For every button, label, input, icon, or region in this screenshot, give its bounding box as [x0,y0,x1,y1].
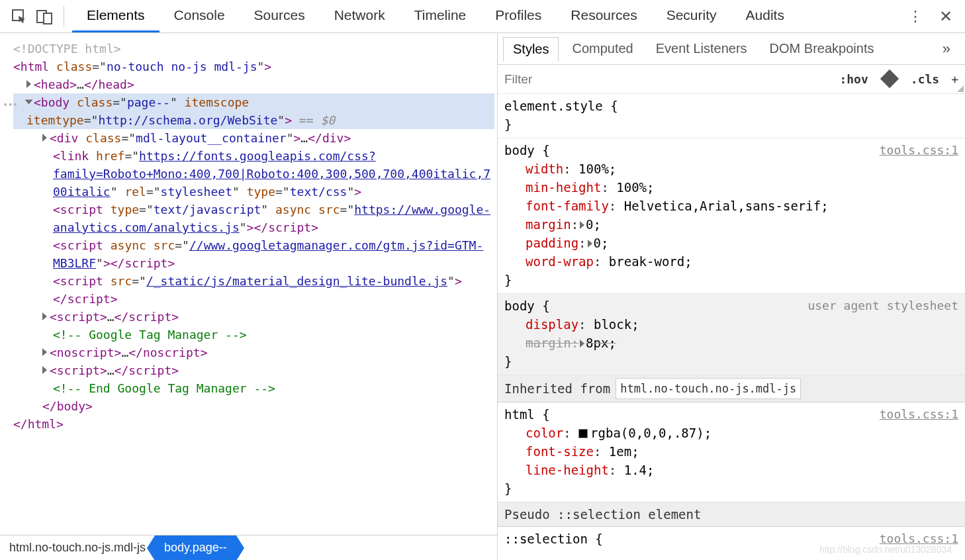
diamond-icon[interactable] [880,72,899,86]
gutter-dots-icon: ••• [3,96,17,114]
elements-pane: <!DOCTYPE html> <html class="no-touch no… [0,33,498,560]
expand-arrow-icon[interactable] [42,366,47,374]
color-swatch-icon[interactable] [578,429,588,438]
rule-body-ua[interactable]: user agent stylesheet body { display: bl… [498,294,965,375]
expand-arrow-icon[interactable] [42,312,47,320]
shorthand-arrow-icon[interactable] [588,240,592,248]
rule-source-ua: user agent stylesheet [807,297,958,315]
shorthand-arrow-icon[interactable] [580,340,584,348]
tab-audits[interactable]: Audits [731,0,799,32]
dom-script-gtm[interactable]: <script async src="//www.googletagmanage… [13,236,494,272]
dom-script-inline[interactable]: <script>…</script> [13,308,494,326]
rule-source-link[interactable]: tools.css:1 [880,141,958,160]
dom-breadcrumb: html.no-touch.no-js.mdl-js body.page-- [0,535,497,560]
dom-tree[interactable]: <!DOCTYPE html> <html class="no-touch no… [0,33,497,535]
styles-body[interactable]: element.style { } tools.css:1 body { wid… [498,94,965,560]
dom-script-mdl[interactable]: <script src="/_static/js/material_design… [13,272,494,308]
expand-arrow-icon[interactable] [42,134,47,142]
tab-profiles[interactable]: Profiles [481,0,556,32]
rule-element-style[interactable]: element.style { } [498,94,965,138]
new-rule-button[interactable]: + [951,72,958,86]
tab-network[interactable]: Network [320,0,400,32]
shorthand-arrow-icon[interactable] [580,221,584,229]
tab-event-listeners[interactable]: Event Listeners [647,37,757,60]
dom-html-close[interactable]: </html> [13,415,494,433]
breadcrumb-body[interactable]: body.page-- [155,536,236,560]
inherited-selector-chip[interactable]: html.no-touch.no-js.mdl-js [616,378,801,399]
collapse-arrow-icon[interactable] [25,100,33,105]
styles-pane: Styles Computed Event Listeners DOM Brea… [498,33,965,560]
devtools-tabs: Elements Console Sources Network Timelin… [72,0,901,32]
tab-elements[interactable]: Elements [72,0,160,32]
breadcrumb-html[interactable]: html.no-touch.no-js.mdl-js [0,536,155,560]
hov-toggle[interactable]: :hov [839,72,868,86]
watermark-text: http://blog.csdn.net/u013028034 [819,544,952,555]
rule-body-tools[interactable]: tools.css:1 body { width: 100%; min-heig… [498,138,965,294]
styles-tabs: Styles Computed Event Listeners DOM Brea… [498,33,965,65]
tabs-overflow-icon[interactable]: » [933,36,960,62]
expand-arrow-icon[interactable] [26,80,31,88]
dom-noscript[interactable]: <noscript>…</noscript> [13,344,494,361]
inherited-section: Inherited from html.no-touch.no-js.mdl-j… [498,375,965,402]
dom-body-open[interactable]: •••<body class="page--" itemscope itemty… [13,93,494,129]
cls-toggle[interactable]: .cls [911,72,939,86]
dom-link[interactable]: <link href="https://fonts.googleapis.com… [13,147,494,201]
tab-computed[interactable]: Computed [563,37,642,60]
dom-comment-end[interactable]: <!-- End Google Tag Manager --> [13,379,494,397]
inspect-icon[interactable] [8,5,30,28]
more-icon[interactable]: ⋮ [904,5,927,28]
rule-html[interactable]: tools.css:1 html { color: rgba(0,0,0,.87… [498,402,965,502]
pseudo-section: Pseudo ::selection element [498,502,965,527]
svg-rect-2 [44,13,52,24]
tab-console[interactable]: Console [160,0,240,32]
rule-source-link[interactable]: tools.css:1 [880,405,958,424]
dom-doctype[interactable]: <!DOCTYPE html> [13,40,494,58]
tab-timeline[interactable]: Timeline [400,0,481,32]
toolbar-divider [64,6,64,27]
devtools-toolbar: Elements Console Sources Network Timelin… [0,0,965,33]
tab-dom-breakpoints[interactable]: DOM Breakpoints [760,37,884,60]
tab-styles[interactable]: Styles [503,37,559,62]
styles-filter-input[interactable] [504,72,827,87]
dom-div[interactable]: <div class="mdl-layout__container">…</di… [13,129,494,147]
dom-html-open[interactable]: <html class="no-touch no-js mdl-js"> [13,58,494,75]
dom-script-inline-2[interactable]: <script>…</script> [13,361,494,379]
tab-security[interactable]: Security [652,0,731,32]
tab-resources[interactable]: Resources [556,0,651,32]
close-icon[interactable]: ✕ [935,5,957,28]
dom-head[interactable]: <head>…</head> [13,75,494,93]
styles-filter-row: :hov .cls + [498,65,965,94]
dom-comment[interactable]: <!-- Google Tag Manager --> [13,326,494,344]
dom-body-close[interactable]: </body> [13,397,494,415]
expand-arrow-icon[interactable] [42,348,47,356]
tab-sources[interactable]: Sources [240,0,320,32]
dom-script-analytics[interactable]: <script type="text/javascript" async src… [13,201,494,236]
device-toggle-icon[interactable] [33,5,56,28]
resize-corner-icon [957,85,964,92]
